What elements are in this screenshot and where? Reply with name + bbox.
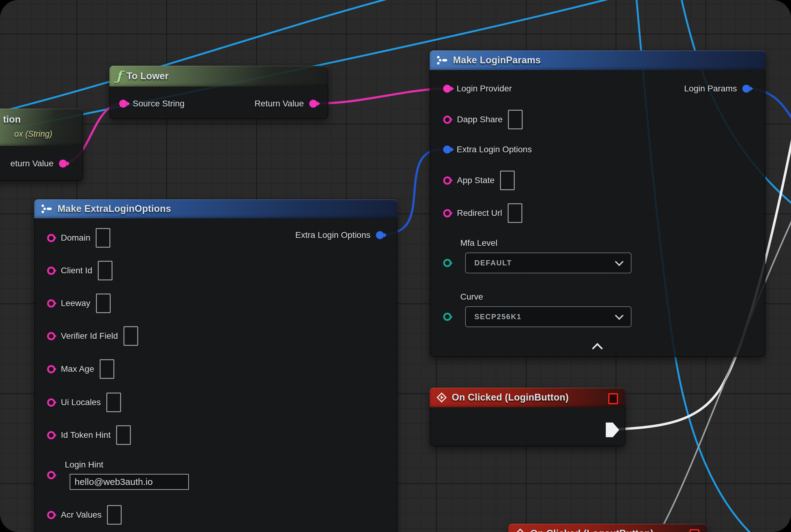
dapp-share-label: Dapp Share — [457, 115, 502, 125]
login-hint-pin[interactable] — [47, 471, 55, 479]
wire-tolower-to-provider[interactable] — [310, 88, 444, 103]
login-provider-pin[interactable] — [443, 85, 451, 93]
id-token-hint-label: Id Token Hint — [61, 430, 111, 440]
pin-row-mfa-level — [443, 259, 451, 267]
node-make-login-params[interactable]: Make LoginParams Login Provider Login Pa… — [430, 51, 765, 357]
return-value-pin[interactable] — [59, 159, 67, 168]
mfa-level-label: Mfa Level — [460, 238, 497, 248]
leeway-pin[interactable] — [47, 299, 55, 308]
mfa-level-value: DEFAULT — [474, 259, 512, 267]
node-get-selected-option-partial[interactable]: tion ox (String) eturn Value — [0, 109, 83, 181]
login-hint-label: Login Hint — [65, 460, 103, 470]
make-struct-icon — [437, 55, 448, 65]
pin-row-max-age: Max Age — [47, 359, 114, 379]
dapp-share-pin[interactable] — [443, 116, 451, 124]
acr-values-label: Acr Values — [61, 510, 101, 520]
event-diamond-icon — [515, 528, 525, 532]
leeway-label: Leeway — [61, 299, 91, 308]
client-id-label: Client Id — [61, 266, 92, 276]
node-title: Make ExtraLoginOptions — [57, 203, 171, 214]
max-age-pin[interactable] — [47, 365, 55, 373]
acr-values-pin[interactable] — [47, 511, 55, 519]
source-string-pin[interactable] — [119, 100, 127, 108]
mfa-level-pin[interactable] — [443, 259, 451, 267]
pin-row-login-provider: Login Provider — [443, 84, 512, 94]
node-make-extra-login-options[interactable]: Make ExtraLoginOptions Extra Login Optio… — [34, 200, 397, 532]
pin-row-curve — [443, 313, 451, 321]
max-age-label: Max Age — [61, 364, 94, 374]
pin-row-app-state: App State — [443, 171, 515, 190]
node-header[interactable]: Make LoginParams — [430, 51, 765, 70]
blueprint-editor: { "colors": { "magenta_pin": "#e62db0", … — [0, 0, 791, 532]
blueprint-canvas[interactable]: tion ox (String) eturn Value ƒ To Lower … — [0, 0, 791, 532]
node-to-lower[interactable]: ƒ To Lower Source String Return Value — [110, 66, 328, 119]
node-title-fragment: tion — [3, 114, 21, 125]
pin-row-dapp-share: Dapp Share — [443, 110, 523, 129]
node-header[interactable]: On Clicked (LoginButton) — [430, 388, 625, 407]
login-provider-label: Login Provider — [457, 84, 512, 94]
login-params-out-row: Login Params — [684, 84, 750, 94]
node-header[interactable]: On Clicked (LogoutButton) — [508, 524, 707, 532]
verifier-id-field-input-box[interactable] — [123, 326, 138, 346]
app-state-label: App State — [457, 175, 495, 185]
return-value-pin[interactable] — [309, 100, 317, 108]
node-title: On Clicked (LogoutButton) — [530, 528, 654, 532]
app-state-input-box[interactable] — [500, 171, 515, 190]
chevron-down-icon — [615, 258, 623, 266]
return-value-label: Return Value — [255, 99, 304, 109]
id-token-hint-pin[interactable] — [47, 431, 55, 439]
return-value-pin-row: eturn Value — [11, 159, 67, 169]
login-params-out-pin[interactable] — [742, 85, 750, 93]
node-on-clicked-logout-button[interactable]: On Clicked (LogoutButton) — [508, 524, 707, 532]
verifier-id-field-pin[interactable] — [47, 332, 55, 340]
redirect-url-pin[interactable] — [443, 209, 451, 217]
leeway-input-box[interactable] — [96, 293, 111, 313]
node-header[interactable]: ƒ To Lower — [110, 66, 328, 87]
login-params-label: Login Params — [684, 84, 737, 94]
node-header[interactable]: tion ox (String) — [0, 109, 83, 146]
domain-input-box[interactable] — [96, 228, 110, 248]
login-hint-value: hello@web3auth.io — [75, 477, 153, 487]
dapp-share-input-box[interactable] — [508, 110, 523, 129]
extra-login-options-out-label: Extra Login Options — [295, 230, 370, 240]
redirect-url-label: Redirect Url — [457, 208, 502, 218]
pin-row-domain: Domain — [47, 228, 110, 248]
max-age-input-box[interactable] — [100, 359, 114, 379]
ui-locales-pin[interactable] — [47, 398, 55, 407]
login-hint-input[interactable]: hello@web3auth.io — [70, 474, 189, 490]
pin-row-client-id: Client Id — [47, 261, 113, 280]
exec-out-pin[interactable] — [606, 422, 619, 437]
extra-login-options-out-pin[interactable] — [376, 231, 384, 239]
curve-pin[interactable] — [443, 313, 451, 321]
source-string-pin-row: Source String — [119, 99, 185, 109]
pin-row-login-hint — [47, 471, 55, 479]
return-value-label: eturn Value — [11, 159, 54, 169]
verifier-id-field-label: Verifier Id Field — [61, 331, 118, 341]
collapse-node-chevron-icon[interactable] — [592, 343, 603, 354]
mfa-level-dropdown[interactable]: DEFAULT — [465, 252, 632, 273]
return-value-pin-row: Return Value — [255, 99, 317, 109]
client-id-input-box[interactable] — [98, 261, 113, 280]
node-header[interactable]: Make ExtraLoginOptions — [34, 200, 397, 218]
delegate-pin[interactable] — [690, 529, 699, 532]
pin-row-acr-values: Acr Values — [47, 505, 122, 525]
domain-pin[interactable] — [47, 234, 55, 242]
source-string-label: Source String — [133, 99, 185, 109]
node-title: Make LoginParams — [453, 55, 541, 66]
client-id-pin[interactable] — [47, 267, 55, 275]
pin-row-leeway: Leeway — [47, 293, 111, 313]
ui-locales-input-box[interactable] — [107, 393, 121, 412]
acr-values-input-box[interactable] — [107, 505, 122, 525]
chevron-down-icon — [615, 311, 623, 320]
redirect-url-input-box[interactable] — [508, 203, 522, 223]
curve-dropdown[interactable]: SECP256K1 — [465, 306, 632, 327]
id-token-hint-input-box[interactable] — [116, 425, 131, 445]
node-on-clicked-login-button[interactable]: On Clicked (LoginButton) — [430, 388, 625, 446]
pin-row-extra-login-options-in: Extra Login Options — [443, 145, 532, 154]
pin-row-ui-locales: Ui Locales — [47, 393, 121, 412]
curve-label: Curve — [460, 292, 483, 302]
delegate-pin[interactable] — [608, 393, 618, 404]
app-state-pin[interactable] — [443, 176, 451, 185]
extra-login-options-in-pin[interactable] — [443, 146, 451, 153]
make-struct-icon — [41, 204, 53, 214]
